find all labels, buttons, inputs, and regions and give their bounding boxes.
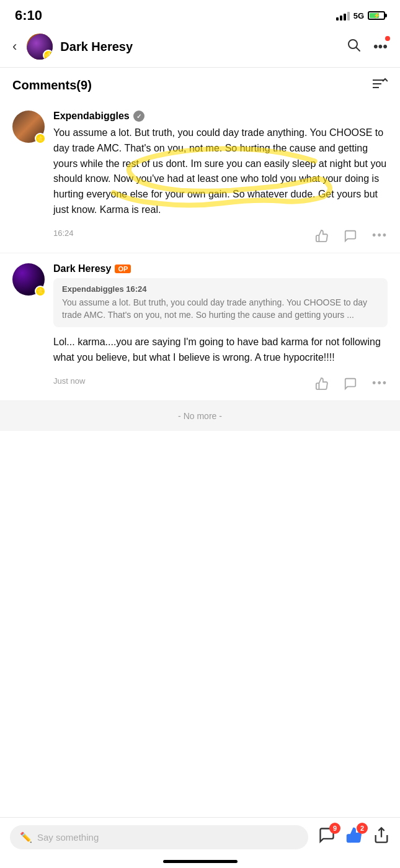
sort-button[interactable] (373, 78, 388, 93)
home-indicator (163, 860, 238, 863)
comment-username-1: Expendabiggles ✓ (53, 111, 388, 122)
comment-timestamp-2: Just now (53, 376, 85, 386)
comment-body-2: Dark Heresy OP Expendabiggles 16:24 You … (53, 263, 388, 391)
comment-body-1: Expendabiggles ✓ You assume a lot. But t… (53, 111, 388, 243)
like-button-2[interactable] (315, 377, 329, 391)
verified-badge: ✓ (133, 111, 144, 122)
channel-avatar: ⭐ (27, 34, 53, 60)
comment-button-2[interactable] (344, 377, 357, 391)
nav-bar: ‹ ⭐ Dark Heresy ••• (0, 29, 400, 68)
comment-count-button[interactable]: 9 (318, 826, 336, 848)
pencil-icon: ✏️ (20, 831, 32, 843)
user-avatar-expendabiggles: ⭐ (12, 111, 45, 143)
like-button-1[interactable] (315, 229, 329, 243)
no-more-section: - No more - (0, 401, 400, 431)
more-dots-icon: ••• (373, 38, 388, 54)
avatar-badge-dh: ⭐ (35, 286, 46, 297)
more-button-2[interactable]: ••• (372, 377, 388, 390)
like-count-button[interactable]: 2 (345, 826, 363, 848)
comment-actions-row-1: 16:24 ••• (53, 224, 388, 243)
status-bar: 6:10 5G ⚡ (0, 0, 400, 29)
comment-text-1: You assume a lot. But truth, you could d… (53, 125, 388, 218)
comment-action-buttons-1: ••• (315, 229, 388, 243)
network-badge: 5G (353, 11, 364, 20)
comments-header: Comments(9) (0, 68, 400, 101)
more-button[interactable]: ••• (371, 36, 390, 57)
comment-actions-row-2: Just now ••• (53, 372, 388, 391)
battery-icon: ⚡ (368, 11, 385, 20)
avatar-badge: ⭐ (35, 133, 46, 144)
comments-title: Comments(9) (12, 78, 92, 93)
say-something-input[interactable]: ✏️ Say something (10, 825, 308, 849)
like-badge: 2 (357, 823, 368, 834)
comment-timestamp-1: 16:24 (53, 228, 74, 238)
comment-text-container-1: You assume a lot. But truth, you could d… (53, 125, 388, 218)
back-button[interactable]: ‹ (10, 36, 19, 57)
avatar-badge: ⭐ (43, 50, 53, 60)
op-badge: OP (115, 264, 131, 273)
input-placeholder: Say something (37, 832, 99, 843)
quote-text: You assume a lot. But truth, you could d… (62, 296, 379, 322)
quote-block: Expendabiggles 16:24 You assume a lot. B… (53, 278, 388, 328)
more-button-1[interactable]: ••• (372, 229, 388, 242)
comment-card-1: ⭐ Expendabiggles ✓ You assume a lot. But… (0, 101, 400, 253)
status-icons: 5G ⚡ (336, 11, 385, 20)
quote-author: Expendabiggles 16:24 (62, 284, 379, 294)
comment-action-buttons-2: ••• (315, 377, 388, 391)
comment-badge: 9 (329, 823, 340, 834)
signal-icon (336, 11, 350, 20)
comment-text-2: Lol... karma....you are saying I'm going… (53, 335, 388, 366)
user-avatar-darkheresy: ⭐ (12, 263, 45, 296)
channel-title: Dark Heresy (60, 40, 336, 54)
search-button[interactable] (344, 35, 363, 58)
notification-dot (385, 36, 390, 41)
share-icon (373, 826, 390, 848)
comment-button-1[interactable] (344, 229, 357, 243)
no-more-label: - No more - (178, 411, 222, 421)
share-button[interactable] (373, 826, 390, 848)
comment-username-2: Dark Heresy OP (53, 263, 388, 274)
status-time: 6:10 (15, 7, 42, 24)
comment-card-2: ⭐ Dark Heresy OP Expendabiggles 16:24 Yo… (0, 253, 400, 401)
svg-line-1 (356, 48, 360, 52)
